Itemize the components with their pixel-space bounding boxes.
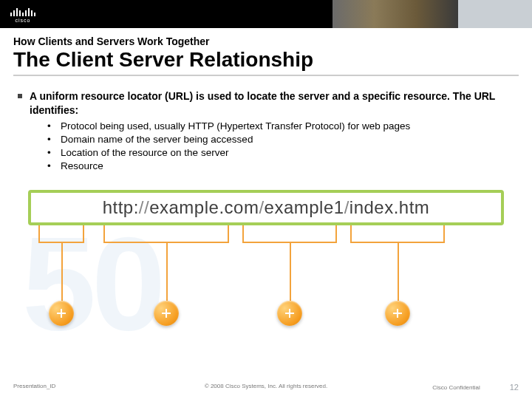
sub-bullet-item: Domain name of the server being accessed: [47, 133, 514, 146]
expand-path-button[interactable]: [277, 301, 302, 326]
slide-footer: Presentation_ID © 2008 Cisco Systems, In…: [0, 383, 532, 392]
sub-bullet-item: Location of the resource on the server: [47, 146, 514, 160]
bracket-domain: [103, 225, 229, 243]
plus-icon: [284, 307, 296, 319]
url-segment-protocol: http:: [103, 197, 139, 218]
page-number: 12: [510, 383, 519, 392]
cisco-logo-text: cisco: [16, 18, 31, 23]
slide-pretitle: How Clients and Servers Work Together: [13, 35, 519, 47]
url-diagram: http: // example.com / example1 / index.…: [28, 190, 504, 338]
bracket-resource: [350, 225, 445, 243]
url-separator: //: [139, 197, 149, 218]
expand-resource-button[interactable]: [385, 301, 410, 326]
url-segment-resource: index.htm: [349, 197, 430, 218]
connector-line: [290, 243, 291, 302]
slide-title: The Client Server Relationship: [13, 49, 519, 70]
footer-confidential: Cisco Confidential: [432, 384, 480, 391]
footer-left: Presentation_ID: [13, 383, 55, 392]
plus-icon: [160, 307, 172, 319]
footer-copyright: © 2008 Cisco Systems, Inc. All rights re…: [205, 383, 327, 389]
top-bar: cisco: [0, 0, 532, 28]
url-segment-path: example1: [265, 197, 344, 218]
bracket-path: [242, 225, 337, 243]
bracket-protocol: [38, 225, 84, 243]
url-segment-domain: example.com: [149, 197, 259, 218]
square-bullet-icon: [18, 94, 22, 98]
sub-bullet-list: Protocol being used, usually HTTP (Hyper…: [18, 120, 514, 174]
sub-bullet-item: Protocol being used, usually HTTP (Hyper…: [47, 120, 514, 133]
url-box: http: // example.com / example1 / index.…: [28, 190, 504, 225]
expand-domain-button[interactable]: [154, 301, 179, 326]
plus-row: [28, 301, 504, 332]
cisco-logo: cisco: [10, 6, 35, 23]
url-separator: /: [344, 197, 349, 218]
main-bullet: A uniform resource locator (URL) is used…: [18, 89, 514, 116]
plus-icon: [392, 307, 403, 319]
plus-icon: [55, 307, 67, 319]
expand-protocol-button[interactable]: [49, 301, 74, 326]
main-bullet-text: A uniform resource locator (URL) is used…: [30, 89, 514, 116]
bracket-layer: [28, 225, 504, 270]
header-photo-strip: [332, 0, 458, 28]
cisco-logo-bars-icon: [10, 6, 35, 16]
header-gray-block: [458, 0, 532, 28]
connector-line: [166, 243, 168, 302]
connector-line: [61, 243, 63, 302]
sub-bullet-item: Resource: [47, 160, 514, 173]
url-separator: /: [259, 197, 264, 218]
connector-line: [398, 243, 399, 302]
